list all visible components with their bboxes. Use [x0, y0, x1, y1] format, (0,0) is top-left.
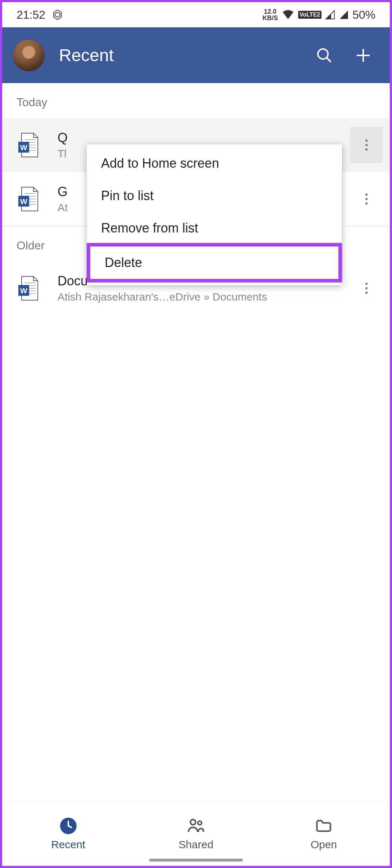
- avatar[interactable]: [13, 40, 45, 71]
- net-speed: 12.0 KB/S: [263, 8, 278, 21]
- signal-2-icon: [339, 10, 349, 19]
- net-speed-unit: KB/S: [263, 15, 278, 21]
- net-speed-value: 12.0: [263, 8, 278, 15]
- svg-point-13: [365, 148, 368, 150]
- add-icon[interactable]: [355, 47, 372, 64]
- svg-point-31: [365, 283, 368, 285]
- home-indicator[interactable]: [149, 859, 243, 862]
- clock: 21:52: [17, 8, 45, 22]
- svg-text:W: W: [20, 286, 27, 295]
- search-icon[interactable]: [316, 47, 333, 64]
- menu-remove[interactable]: Remove from list: [87, 212, 342, 244]
- volte-badge: VoLTE2: [298, 11, 322, 19]
- nav-open[interactable]: Open: [260, 801, 388, 866]
- nav-label: Open: [311, 838, 337, 851]
- battery-percent: 50%: [352, 8, 375, 22]
- svg-point-0: [318, 49, 328, 59]
- word-doc-icon: W: [17, 186, 40, 212]
- more-vertical-icon: [365, 282, 368, 294]
- bottom-nav: Recent Shared Open: [4, 801, 388, 866]
- nav-label: Shared: [179, 838, 214, 851]
- more-vertical-icon: [365, 193, 368, 205]
- wifi-icon: [282, 9, 295, 20]
- svg-point-12: [365, 144, 368, 146]
- nav-shared[interactable]: Shared: [132, 801, 260, 866]
- word-doc-icon: W: [17, 132, 40, 158]
- hexagon-icon: [52, 9, 63, 21]
- svg-point-32: [365, 287, 368, 289]
- svg-point-22: [365, 198, 368, 200]
- menu-add-home[interactable]: Add to Home screen: [87, 147, 342, 180]
- svg-point-35: [190, 819, 196, 825]
- svg-point-11: [365, 140, 368, 142]
- svg-text:W: W: [20, 197, 27, 205]
- svg-point-36: [198, 821, 201, 824]
- clock-icon: [59, 817, 77, 835]
- file-title: Q: [58, 130, 350, 145]
- more-vertical-icon: [365, 139, 368, 151]
- nav-recent[interactable]: Recent: [4, 801, 132, 866]
- menu-delete[interactable]: Delete: [87, 243, 342, 282]
- svg-line-1: [327, 58, 331, 62]
- status-left: 21:52: [17, 8, 63, 22]
- people-icon: [187, 817, 205, 835]
- more-button[interactable]: [350, 127, 383, 163]
- page-title: Recent: [59, 45, 316, 65]
- word-doc-icon: W: [17, 275, 40, 301]
- status-right: 12.0 KB/S VoLTE2 50%: [263, 8, 375, 22]
- nav-label: Recent: [51, 838, 85, 851]
- svg-text:W: W: [20, 143, 27, 152]
- signal-1-icon: [325, 10, 335, 19]
- section-today: Today: [2, 83, 390, 118]
- toolbar: [316, 47, 372, 64]
- svg-point-21: [365, 194, 368, 196]
- app-bar: Recent: [2, 27, 390, 83]
- context-menu: Add to Home screen Pin to list Remove fr…: [87, 144, 342, 285]
- status-bar: 21:52 12.0 KB/S VoLTE2 50%: [2, 2, 390, 27]
- folder-icon: [315, 817, 333, 835]
- svg-point-23: [365, 202, 368, 204]
- file-subtitle: Atish Rajasekharan's…eDrive » Documents: [58, 291, 350, 303]
- more-button[interactable]: [350, 270, 383, 306]
- more-button[interactable]: [350, 181, 383, 217]
- svg-point-33: [365, 291, 368, 294]
- menu-pin[interactable]: Pin to list: [87, 180, 342, 212]
